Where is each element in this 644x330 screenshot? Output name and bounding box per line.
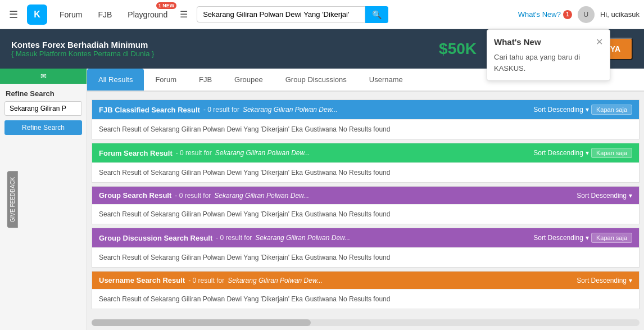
result-query-username: Sekarang Giliran Polwan Dew...	[228, 277, 323, 284]
sort-chevron-username[interactable]: ▾	[629, 277, 632, 284]
tab-item-all-results[interactable]: All Results	[87, 69, 144, 92]
result-section-group-discussion: Group Discussion Search Result- 0 result…	[92, 228, 640, 268]
sort-chevron-fjb[interactable]: ▾	[586, 106, 589, 114]
left-sidebar: GIVE FEEDBACK ✉ Refine Search Refine Sea…	[0, 69, 87, 330]
banner-amount: $50K	[439, 40, 477, 58]
result-query-group: Sekarang Giliran Polwan Dew...	[214, 192, 309, 200]
result-body-group: Search Result of Sekarang Giliran Polwan…	[92, 204, 639, 224]
refine-input[interactable]	[4, 101, 82, 116]
popup-body: Cari tahu apa yang baru di KASKUS.	[494, 52, 603, 74]
nav-playground-wrap: Playground 1 NEW	[120, 0, 175, 29]
sort-label-username: Sort Descending	[577, 277, 627, 284]
banner-line2: { Masuk Platform Kontes Pertama di Dunia…	[11, 49, 428, 58]
result-header-group: Group Search Result- 0 result forSekaran…	[92, 187, 639, 204]
result-header-fjb: FJB Classified Search Result- 0 result f…	[92, 100, 639, 119]
sort-chevron-forum[interactable]: ▾	[586, 149, 589, 157]
result-query-group-discussion: Sekarang Giliran Polwan Dew...	[255, 234, 350, 242]
result-body-forum: Search Result of Sekarang Giliran Polwan…	[92, 162, 639, 182]
kapan-button-forum[interactable]: Kapan saja	[591, 148, 632, 158]
kapan-button-group-discussion[interactable]: Kapan saja	[591, 233, 632, 243]
bottom-scrollbar-inner	[92, 319, 311, 326]
nav-fjb-link[interactable]: FJB	[90, 0, 120, 29]
popup-title: What's New	[494, 37, 541, 47]
search-button[interactable]: 🔍	[365, 6, 388, 23]
popup-close-button[interactable]: ✕	[596, 37, 603, 47]
refine-search-title: Refine Search	[0, 84, 87, 101]
sort-label-group: Sort Descending	[577, 192, 627, 200]
hamburger-icon[interactable]: ☰	[4, 8, 22, 21]
banner-left: Kontes Forex Berhadiah Minimum { Masuk P…	[11, 40, 428, 58]
result-title-forum: Forum Search Result	[99, 149, 173, 157]
result-body-fjb: Search Result of Sekarang Giliran Polwan…	[92, 119, 639, 139]
search-area: 🔍	[197, 6, 410, 23]
sort-chevron-group-discussion[interactable]: ▾	[586, 234, 589, 242]
result-query-forum: Sekarang Giliran Polwan Dew...	[215, 149, 310, 157]
result-subtitle-fjb: - 0 result for	[203, 106, 239, 114]
result-subtitle-group-discussion: - 0 result for	[216, 234, 252, 242]
tab-item-fjb[interactable]: FJB	[188, 69, 223, 92]
whats-new-popup: What's New ✕ Cari tahu apa yang baru di …	[487, 29, 610, 81]
result-section-forum: Forum Search Result- 0 result forSekaran…	[92, 143, 640, 183]
popup-header: What's New ✕	[494, 37, 603, 47]
tab-item-group-discussions[interactable]: Group Discussions	[274, 69, 358, 92]
content-area: All ResultsForumFJBGroupeeGroup Discussi…	[87, 69, 644, 330]
tab-item-username[interactable]: Username	[358, 69, 414, 92]
result-title-username: Username Search Result	[99, 276, 185, 284]
sort-chevron-group[interactable]: ▾	[629, 192, 632, 200]
site-logo[interactable]: K	[27, 4, 47, 25]
result-query-fjb: Sekarang Giliran Polwan Dew...	[243, 106, 338, 114]
whats-new-label: What's New?	[518, 10, 561, 19]
sort-label-group-discussion: Sort Descending	[533, 234, 583, 242]
main-layout: GIVE FEEDBACK ✉ Refine Search Refine Sea…	[0, 69, 644, 330]
refine-search-button[interactable]: Refine Search	[4, 120, 82, 135]
whats-new-button[interactable]: What's New? 1	[518, 10, 572, 19]
result-title-group: Group Search Result	[99, 191, 171, 200]
result-header-group-discussion: Group Discussion Search Result- 0 result…	[92, 228, 639, 247]
result-subtitle-username: - 0 result for	[188, 277, 224, 284]
whats-new-badge: 1	[563, 10, 572, 19]
nav-forum-link[interactable]: Forum	[52, 0, 90, 29]
banner-line1: Kontes Forex Berhadiah Minimum	[11, 40, 428, 49]
results-container: FJB Classified Search Result- 0 result f…	[87, 92, 644, 317]
email-icon-tab[interactable]: ✉	[0, 69, 87, 84]
result-title-group-discussion: Group Discussion Search Result	[99, 234, 212, 242]
result-section-username: Username Search Result- 0 result forSeka…	[92, 271, 640, 309]
email-icon: ✉	[40, 72, 47, 80]
result-title-fjb: FJB Classified Search Result	[99, 106, 200, 114]
playground-badge: 1 NEW	[156, 2, 177, 9]
search-input[interactable]	[197, 6, 365, 22]
result-header-forum: Forum Search Result- 0 result forSekaran…	[92, 143, 639, 162]
result-header-username: Username Search Result- 0 result forSeka…	[92, 272, 639, 289]
nav-right-area: What's New? 1 U Hi, ucikasuk	[518, 6, 640, 23]
username-label[interactable]: Hi, ucikasuk	[600, 10, 640, 19]
result-body-username: Search Result of Sekarang Giliran Polwan…	[92, 289, 639, 309]
nav-more-icon[interactable]: ☰	[175, 9, 192, 20]
kapan-button-fjb[interactable]: Kapan saja	[591, 105, 632, 115]
result-section-group: Group Search Result- 0 result forSekaran…	[92, 186, 640, 224]
sort-label-forum: Sort Descending	[533, 149, 583, 157]
result-section-fjb: FJB Classified Search Result- 0 result f…	[92, 100, 640, 139]
result-subtitle-group: - 0 result for	[175, 192, 211, 200]
bottom-scrollbar[interactable]	[92, 319, 640, 326]
tab-item-forum[interactable]: Forum	[144, 69, 188, 92]
tab-item-groupee[interactable]: Groupee	[223, 69, 274, 92]
feedback-tab[interactable]: GIVE FEEDBACK	[7, 171, 18, 228]
result-body-group-discussion: Search Result of Sekarang Giliran Polwan…	[92, 247, 639, 267]
sort-label-fjb: Sort Descending	[533, 106, 583, 114]
result-subtitle-forum: - 0 result for	[176, 149, 212, 157]
top-navigation: ☰ K Forum FJB Playground 1 NEW ☰ 🔍 What'…	[0, 0, 644, 29]
avatar: U	[578, 6, 595, 23]
